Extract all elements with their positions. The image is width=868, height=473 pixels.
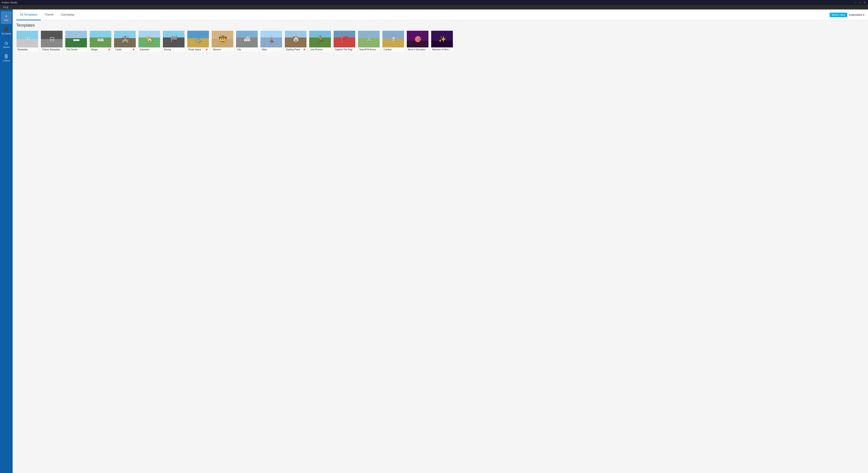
template-pin-village: 📌 [108, 49, 110, 51]
template-thumb-line-runner: 🏃 [309, 31, 331, 48]
archive-icon: 🗄 [4, 55, 8, 59]
tab-all-templates[interactable]: All Templates [16, 9, 41, 20]
template-name-obby: Obby [261, 48, 281, 51]
template-thumb-baseplate: ⊞ [17, 31, 38, 48]
template-label-row-classic-baseplate: Classic Baseplate [41, 48, 63, 52]
template-label-row-pirate-island: Pirate Island📌 [187, 48, 209, 52]
template-icon-city: 🏙 [244, 35, 250, 43]
sidebar-archive-label: Archive [3, 60, 10, 62]
template-label-row-western: Western [212, 48, 233, 52]
template-icon-mansion: ✨ [438, 35, 446, 43]
template-thumb-obby: 🗼 [260, 31, 282, 48]
sidebar-new-label: New [4, 19, 8, 22]
whats-new-button[interactable]: What's New [830, 13, 847, 17]
minimize-button[interactable]: — [854, 1, 857, 4]
template-thumb-western: 🤠 [212, 31, 234, 48]
sidebar-item-archive[interactable]: 🗄 Archive [1, 52, 12, 65]
template-card-village[interactable]: 🏘Village📌 [89, 30, 112, 52]
template-thumb-pirate-island: ⚓ [187, 31, 209, 48]
template-thumb-starting-place: 🏠 [285, 31, 307, 48]
main-layout: ＋ New ⬛ My Games ◷ Recent 🗄 Archive All … [0, 9, 868, 473]
template-card-suburban[interactable]: 🏡Suburban [138, 30, 160, 52]
tab-gameplay[interactable]: Gameplay [57, 9, 78, 20]
template-name-racing: Racing [164, 48, 183, 51]
template-icon-classic-baseplate: ⊟ [50, 35, 55, 43]
template-thumb-city: 🏙 [236, 31, 258, 48]
template-card-racing[interactable]: 🏁Racing [163, 30, 185, 52]
template-card-starting-place[interactable]: 🏠Starting Place📌 [285, 30, 307, 52]
template-name-line-runner: Line Runner [310, 48, 330, 51]
template-icon-pirate-island: ⚓ [194, 35, 203, 43]
template-label-row-team-ffa: Team/FFA Arena [358, 48, 380, 52]
template-name-team-ffa: Team/FFA Arena [359, 48, 378, 51]
maximize-button[interactable]: □ [859, 1, 862, 4]
tab-theme[interactable]: Theme [41, 9, 57, 20]
sidebar-recent-label: Recent [3, 46, 10, 49]
template-card-line-runner[interactable]: 🏃Line Runner [309, 30, 331, 52]
template-name-flat-terrain: Flat Terrain [66, 48, 86, 51]
file-menu[interactable]: FILE [2, 6, 10, 8]
template-label-row-flat-terrain: Flat Terrain [65, 48, 87, 52]
template-label-row-capture-flag: Capture The Flag [334, 48, 355, 52]
template-thumb-mansion: ✨ [431, 31, 453, 48]
template-pin-pirate-island: 📌 [205, 49, 208, 51]
template-name-combat: Combat [383, 48, 403, 51]
template-card-combat[interactable]: 🗡Combat [382, 30, 404, 52]
menu-bar: FILE [0, 5, 868, 9]
template-icon-baseplate: ⊞ [25, 35, 30, 43]
template-card-pirate-island[interactable]: ⚓Pirate Island📌 [187, 30, 209, 52]
tabs: All Templates Theme Gameplay [16, 9, 830, 20]
template-name-western: Western [213, 48, 232, 51]
template-card-castle[interactable]: 🏰Castle📌 [114, 30, 136, 52]
template-icon-line-runner: 🏃 [316, 35, 324, 43]
template-icon-combat: 🗡 [390, 35, 397, 43]
template-label-row-baseplate: Baseplate [17, 48, 38, 52]
templates-grid: ⊞Baseplate⊟Classic Baseplate▬Flat Terrai… [16, 30, 864, 52]
template-icon-racing: 🏁 [170, 35, 178, 43]
template-name-city: City [237, 48, 256, 51]
template-icon-flat-terrain: ▬ [73, 35, 80, 43]
template-name-castle: Castle [115, 48, 132, 51]
template-card-flat-terrain[interactable]: ▬Flat Terrain [65, 30, 87, 52]
template-thumb-move-it: 🎯 [407, 31, 429, 48]
template-label-row-obby: Obby [260, 48, 282, 52]
template-card-western[interactable]: 🤠Western [211, 30, 234, 52]
template-name-baseplate: Baseplate [18, 48, 37, 51]
sidebar-item-my-games[interactable]: ⬛ My Games [1, 25, 12, 37]
template-icon-castle: 🏰 [121, 35, 129, 43]
template-icon-village: 🏘 [98, 35, 104, 43]
template-icon-suburban: 🏡 [146, 35, 154, 43]
template-card-classic-baseplate[interactable]: ⊟Classic Baseplate [41, 30, 63, 52]
template-thumb-classic-baseplate: ⊟ [41, 31, 63, 48]
sidebar-item-recent[interactable]: ◷ Recent [1, 38, 12, 51]
template-name-pirate-island: Pirate Island [188, 48, 205, 51]
template-card-obby[interactable]: 🗼Obby [260, 30, 282, 52]
template-card-mansion[interactable]: ✨Mansion of Wonder [431, 30, 453, 52]
template-name-starting-place: Starting Place [286, 48, 303, 51]
sidebar: ＋ New ⬛ My Games ◷ Recent 🗄 Archive [0, 9, 13, 473]
template-label-row-line-runner: Line Runner [309, 48, 331, 52]
template-card-capture-flag[interactable]: 🚩Capture The Flag [333, 30, 355, 52]
template-pin-castle: 📌 [132, 49, 135, 51]
top-bar: All Templates Theme Gameplay What's New … [13, 9, 868, 20]
section-title: Templates [13, 20, 868, 30]
username-label[interactable]: koderoblox ▾ [849, 13, 864, 17]
template-card-baseplate[interactable]: ⊞Baseplate [16, 30, 38, 52]
close-button[interactable]: ✕ [863, 1, 866, 4]
template-thumb-flat-terrain: ▬ [65, 31, 87, 48]
template-thumb-suburban: 🏡 [138, 31, 160, 48]
template-card-move-it[interactable]: 🎯Move It Simulator [407, 30, 429, 52]
template-card-team-ffa[interactable]: ⚔Team/FFA Arena [358, 30, 380, 52]
template-label-row-starting-place: Starting Place📌 [285, 48, 307, 52]
template-name-move-it: Move It Simulator [408, 48, 427, 51]
template-thumb-capture-flag: 🚩 [334, 31, 355, 48]
content-area: All Templates Theme Gameplay What's New … [13, 9, 868, 473]
sidebar-item-new[interactable]: ＋ New [1, 11, 12, 24]
template-card-city[interactable]: 🏙City [236, 30, 258, 52]
templates-grid-area: ⊞Baseplate⊟Classic Baseplate▬Flat Terrai… [13, 30, 868, 473]
sidebar-my-games-label: My Games [1, 33, 11, 35]
template-icon-capture-flag: 🚩 [341, 35, 349, 43]
new-icon: ＋ [4, 14, 8, 18]
recent-icon: ◷ [4, 41, 8, 45]
template-name-mansion: Mansion of Wonder [432, 48, 452, 51]
